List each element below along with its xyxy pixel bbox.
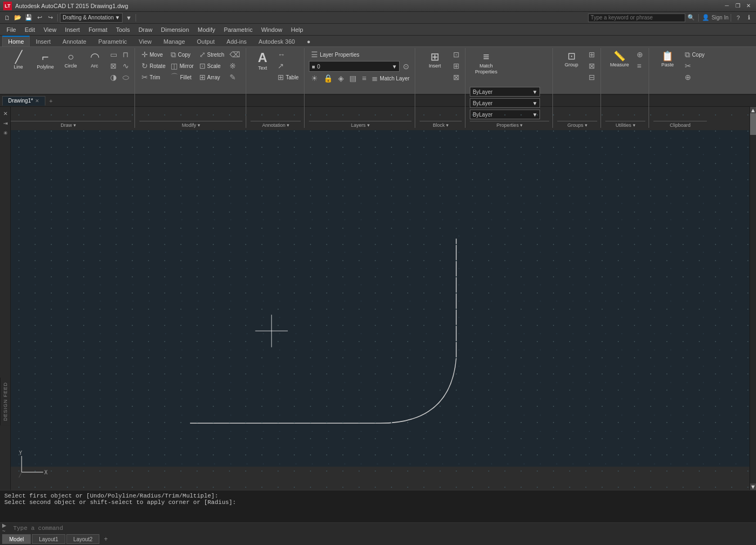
menu-help[interactable]: Help [287,24,308,35]
menu-tools[interactable]: Tools [112,24,134,35]
layer-btn2[interactable]: 🔒 [321,73,335,84]
menu-file[interactable]: File [2,24,21,35]
menu-format[interactable]: Format [84,24,112,35]
block-btn3[interactable]: ⊠ [451,72,462,83]
signin-label[interactable]: Sign In [712,15,728,21]
redo-button[interactable]: ↪ [45,13,55,23]
layer-btn4[interactable]: ▤ [347,73,359,84]
undo-button[interactable]: ↩ [35,13,44,23]
search-icon[interactable]: 🔍 [686,13,696,23]
color-dropdown[interactable]: ByLayer ▼ [470,87,540,97]
gradient-button[interactable]: ◑ [108,72,119,83]
command-input[interactable] [13,525,754,532]
canvas-area[interactable]: X Y [11,107,750,490]
sidebar-settings-btn[interactable]: ✳ [1,128,10,137]
workspace-settings-button[interactable]: ▼ [124,13,133,23]
groups-btn2[interactable]: ⊠ [586,60,597,71]
tab-insert[interactable]: Insert [30,36,57,46]
layout1-tab[interactable]: Layout1 [32,534,65,544]
copy-clip-button[interactable]: ⧉Copy [683,49,706,60]
new-tab-button[interactable]: + [46,97,55,105]
rotate-button[interactable]: ↻Rotate [139,60,167,71]
block-btn2[interactable]: ⊞ [451,60,462,71]
arc-button[interactable]: ◠ Arc [83,49,106,86]
make-current-button[interactable]: ⊙ [401,61,411,72]
tab-addins[interactable]: Add-ins [221,36,253,46]
line-button[interactable]: ╱ Line [5,49,31,86]
block-btn1[interactable]: ⊡ [451,49,462,60]
cut-button[interactable]: ✂ [683,60,706,71]
copy-button[interactable]: ⧉Copy [168,49,195,60]
stretch-button[interactable]: ⤢Stretch [197,49,227,60]
workspace-dropdown[interactable]: Drafting & Annotation ▼ [60,13,123,23]
scroll-down-button[interactable]: ▼ [750,483,756,490]
trim-button[interactable]: ✂Trim [139,72,167,83]
mirror-button[interactable]: ◫Mirror [168,60,195,71]
layer-properties-button[interactable]: ☰ Layer Properties [309,49,361,60]
hatch-button[interactable]: ⊠ [108,60,119,71]
tab-parametric[interactable]: Parametric [92,36,133,46]
fillet-button[interactable]: ⌒Fillet [168,72,195,83]
groups-btn3[interactable]: ⊟ [586,72,597,83]
drawing-canvas[interactable] [11,107,750,490]
group-button[interactable]: ⊡ Group [557,49,585,86]
match-layer-button[interactable]: ≣ Match Layer [369,73,411,84]
layout2-tab[interactable]: Layout2 [66,534,100,544]
layer-btn1[interactable]: ☀ [309,73,320,84]
tab-home[interactable]: Home [2,36,30,46]
tab-autodesk360[interactable]: Autodesk 360 [253,36,301,46]
save-button[interactable]: 💾 [24,13,33,23]
rect-button[interactable]: ▭ [108,49,119,60]
drawing1-tab[interactable]: Drawing1* ✕ [2,96,45,106]
text-button[interactable]: A Text [251,49,274,86]
region-button[interactable]: ⊓ [120,49,131,60]
help-icon[interactable]: ? [733,13,743,23]
menu-modify[interactable]: Modify [193,24,219,35]
list-button[interactable]: ≡ [634,60,645,71]
paste-special-button[interactable]: ⊕ [683,72,706,83]
dimension-button[interactable]: ↔ [275,49,301,60]
close-button[interactable]: ✕ [744,2,753,10]
tab-manage[interactable]: Manage [158,36,191,46]
layer-name-dropdown[interactable]: ■ 0 ▼ [309,61,400,72]
minimize-button[interactable]: ─ [723,2,731,10]
vertical-scrollbar[interactable]: ▲ ▼ [750,107,756,490]
info-icon[interactable]: ℹ [744,13,754,23]
menu-insert[interactable]: Insert [60,24,84,35]
scroll-thumb[interactable] [750,113,756,135]
design-feed-button[interactable]: DESIGN FEED [0,378,10,425]
measure-button[interactable]: 📏 Measure [605,49,633,86]
new-layout-button[interactable]: + [100,535,111,543]
leader-button[interactable]: ↗ [275,60,301,71]
menu-parametric[interactable]: Parametric [219,24,256,35]
model-tab[interactable]: Model [2,534,31,544]
menu-view[interactable]: View [39,24,61,35]
ellipse-button[interactable]: ⬭ [120,72,131,83]
tab-extra[interactable]: ● [301,36,316,46]
menu-draw[interactable]: Draw [134,24,157,35]
scroll-up-button[interactable]: ▲ [750,107,756,113]
groups-btn1[interactable]: ⊞ [586,49,597,60]
polyline-button[interactable]: ⌐ Polyline [32,49,58,86]
circle-button[interactable]: ○ Circle [59,49,82,86]
sidebar-pin-btn[interactable]: ⇥ [1,119,10,127]
scale-button[interactable]: ⊡Scale [197,60,227,71]
paste-button[interactable]: 📋 Paste [653,49,681,86]
table-button[interactable]: ⊞Table [275,72,301,83]
layer-btn3[interactable]: ◈ [336,73,346,84]
restore-button[interactable]: ❐ [733,2,742,10]
menu-window[interactable]: Window [257,24,287,35]
array-button[interactable]: ⊞Array [197,72,227,83]
tab-output[interactable]: Output [191,36,221,46]
sidebar-close-btn[interactable]: ✕ [1,109,10,118]
erase-button[interactable]: ⌫ [227,49,242,60]
tab-view[interactable]: View [133,36,158,46]
explode-button[interactable]: ※ [227,60,242,71]
layer-btn5[interactable]: ≡ [360,73,368,84]
id-button[interactable]: ⊕ [634,49,645,60]
signin-button[interactable]: 👤 [701,13,711,23]
menu-dimension[interactable]: Dimension [157,24,193,35]
pedit-button[interactable]: ✎ [227,72,242,83]
match-properties-button[interactable]: ≡ Match Properties [470,49,502,86]
move-button[interactable]: ✛Move [139,49,167,60]
